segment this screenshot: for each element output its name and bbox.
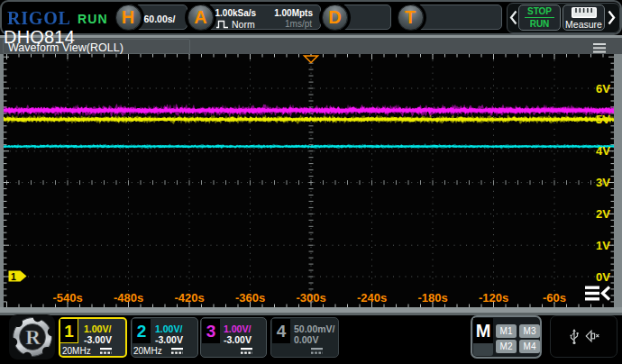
svg-text:-360s: -360s	[235, 291, 265, 305]
svg-text:6V: 6V	[596, 82, 610, 96]
svg-text:-60s: -60s	[543, 291, 566, 305]
svg-text:4V: 4V	[596, 144, 610, 158]
svg-text:-120s: -120s	[479, 291, 508, 305]
svg-text:-240s: -240s	[357, 291, 387, 305]
svg-text:-420s: -420s	[174, 291, 204, 305]
svg-text:R: R	[25, 326, 41, 349]
svg-text:2V: 2V	[596, 207, 610, 221]
svg-text:1V: 1V	[596, 239, 610, 252]
svg-text:-540s: -540s	[52, 291, 82, 305]
svg-text:-180s: -180s	[417, 291, 447, 305]
svg-text:3V: 3V	[596, 176, 610, 189]
svg-text:-300s: -300s	[296, 291, 325, 305]
svg-text:0V: 0V	[596, 270, 610, 284]
svg-text:1: 1	[11, 271, 16, 282]
svg-text:-480s: -480s	[114, 291, 143, 305]
svg-text:5V: 5V	[596, 113, 610, 126]
